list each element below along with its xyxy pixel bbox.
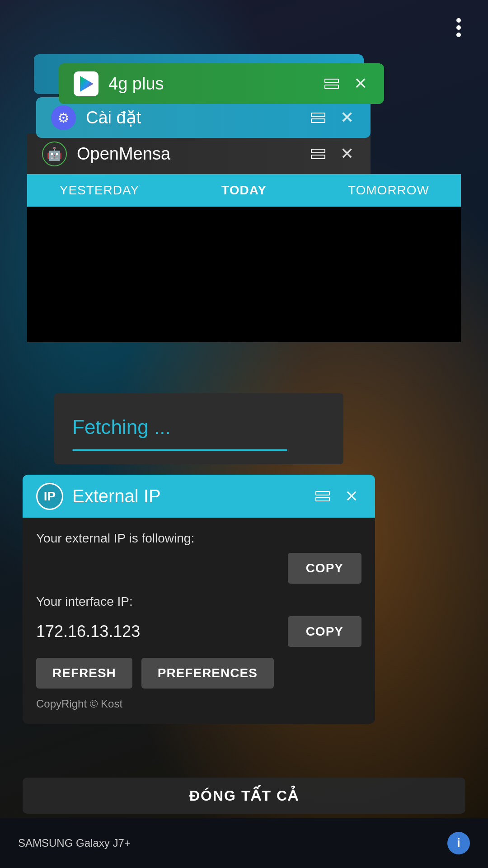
settings-close-button[interactable]: ✕ — [337, 108, 357, 127]
overflow-menu[interactable] — [456, 18, 461, 37]
samsung-model-text: SAMSUNG Galaxy J7+ — [18, 837, 131, 849]
copy-interface-ip-button[interactable]: COPY — [288, 616, 361, 647]
openmensa-icon: 🤖 — [41, 140, 68, 167]
preferences-button[interactable]: PREFERENCES — [141, 658, 274, 689]
openmensa-card[interactable]: 🤖 OpenMensa ✕ YESTERDAY TODAY — [27, 133, 461, 342]
external-ip-row: COPY — [36, 553, 361, 584]
external-ip-split-button[interactable] — [313, 486, 333, 506]
external-ip-header: IP External IP ✕ — [23, 475, 375, 518]
interface-ip-value: 172.16.13.123 — [36, 622, 140, 641]
external-ip-title: External IP — [72, 486, 313, 506]
4gplus-actions: ✕ — [322, 74, 371, 94]
tab-tomorrow[interactable]: TOMORROW — [316, 174, 461, 207]
external-ip-label: Your external IP is following: — [36, 531, 361, 546]
menu-dot-2 — [456, 25, 461, 30]
fetching-text: Fetching ... — [72, 416, 325, 439]
bottom-bar: SAMSUNG Galaxy J7+ i — [0, 818, 488, 868]
close-all-label: ĐÓNG TẤT CẢ — [189, 787, 299, 804]
settings-actions: ✕ — [308, 108, 357, 127]
interface-ip-label: Your interface IP: — [36, 594, 361, 609]
menu-dot-1 — [456, 18, 461, 23]
openmensa-split-button[interactable] — [308, 144, 328, 164]
external-ip-widget: IP External IP ✕ Your external IP is fol… — [23, 475, 375, 724]
copy-external-ip-button[interactable]: COPY — [288, 553, 361, 584]
settings-title: Cài đặt — [86, 108, 308, 127]
4gplus-title: 4g plus — [108, 74, 322, 94]
openmensa-tab-bar: YESTERDAY TODAY TOMORROW — [27, 174, 461, 207]
fetching-box: Fetching ... — [54, 393, 343, 464]
tab-yesterday[interactable]: YESTERDAY — [27, 174, 172, 207]
recent-apps-area: 4g plus ✕ ⚙ Cài đặt — [27, 54, 461, 342]
external-ip-icon: IP — [36, 483, 63, 510]
4gplus-icon — [72, 70, 99, 97]
openmensa-close-button[interactable]: ✕ — [337, 144, 357, 164]
4gplus-split-button[interactable] — [322, 74, 342, 94]
interface-ip-row: 172.16.13.123 COPY — [36, 616, 361, 647]
openmensa-actions: ✕ — [308, 144, 357, 164]
tab-today[interactable]: TODAY — [172, 174, 316, 207]
external-ip-actions: ✕ — [313, 486, 361, 506]
openmensa-title: OpenMensa — [77, 144, 308, 164]
info-icon[interactable]: i — [447, 832, 470, 854]
settings-split-button[interactable] — [308, 108, 328, 127]
settings-icon: ⚙ — [50, 104, 77, 131]
external-ip-close-button[interactable]: ✕ — [342, 486, 361, 506]
4gplus-close-button[interactable]: ✕ — [351, 74, 371, 94]
refresh-button[interactable]: REFRESH — [36, 658, 132, 689]
fetching-progress — [72, 449, 287, 451]
copyright-text: CopyRight © Kost — [36, 698, 361, 710]
external-ip-body: Your external IP is following: COPY Your… — [23, 518, 375, 724]
eip-actions-row: REFRESH PREFERENCES — [36, 658, 361, 689]
menu-dot-3 — [456, 33, 461, 37]
close-all-bar[interactable]: ĐÓNG TẤT CẢ — [23, 778, 465, 814]
openmensa-content — [27, 207, 461, 342]
